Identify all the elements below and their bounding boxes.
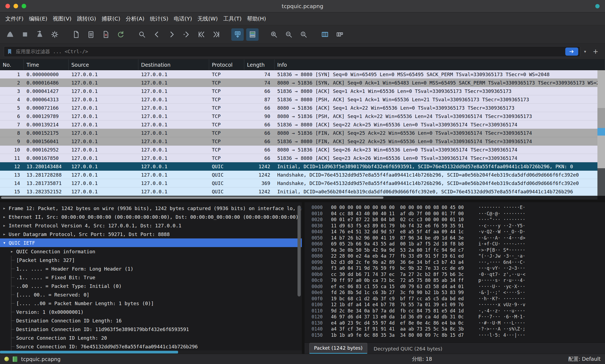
packet-row[interactable]: 80.000152175127.0.0.1127.0.0.1TCP668080 … [0, 129, 597, 137]
zoom-out-button[interactable] [282, 28, 295, 41]
detail-line[interactable]: Version: 1 (0x00000001) [0, 308, 302, 316]
capture-options-button[interactable] [48, 28, 61, 41]
menu-item[interactable]: 统计(S) [147, 14, 171, 24]
detail-line[interactable]: Destination Connection ID: 11d963f5e3890… [0, 325, 302, 333]
save-file-button[interactable] [85, 28, 97, 41]
packet-row[interactable]: 30.000041427127.0.0.1127.0.0.1TCP6651836… [0, 87, 597, 95]
menu-item[interactable]: 捕获(C) [99, 14, 123, 24]
packet-row[interactable]: 10.000000000127.0.0.1127.0.0.1TCP7451836… [0, 70, 597, 79]
colorize-button[interactable] [246, 28, 259, 41]
resize-columns-button[interactable] [319, 28, 331, 41]
hex-row[interactable]: 00f019 bc 68 c1 d2 4b 3f c9 bf f7 cc a5 … [312, 296, 605, 302]
detail-line[interactable]: ▸Ethernet II, Src: 00:00:00_00:00:00 (00… [0, 213, 302, 221]
expand-arrow-icon[interactable]: ▸ [8, 249, 16, 254]
detail-line[interactable]: [Packet Length: 327] [0, 256, 302, 264]
display-filter-box[interactable] [4, 46, 580, 57]
hex-row[interactable]: 012046 97 d6 d4 37 13 e0 da 1d 36 d9 ca … [312, 314, 605, 320]
expand-arrow-icon[interactable]: ▸ [0, 215, 9, 219]
packet-row[interactable]: 100.000162952127.0.0.1127.0.0.1TCP668080… [0, 146, 597, 154]
packet-list-vertical-scrollbar[interactable] [597, 70, 605, 196]
menu-item[interactable]: 工具(T) [220, 14, 244, 24]
first-packet-button[interactable] [195, 28, 208, 41]
detail-line[interactable]: ▾QUIC IETF [0, 238, 302, 247]
reload-file-button[interactable] [114, 28, 127, 41]
hex-row[interactable]: 000000 00 00 00 00 00 00 00 00 00 00 00 … [312, 204, 605, 211]
menu-item[interactable]: 帮助(H) [244, 14, 269, 24]
expand-arrow-icon[interactable]: ▸ [0, 232, 9, 236]
hex-row[interactable]: 0090b2 d3 d0 2c fe 9b a2 89 36 6e 34 bf … [312, 259, 605, 265]
packet-row[interactable]: 1413.281735871127.0.0.1127.0.0.1QUIC369H… [0, 179, 597, 187]
hex-row[interactable]: 00e0fd 26 8b 5d 1c c6 3b 27 3c f0 90 b2 … [312, 289, 605, 296]
column-header[interactable]: No. [0, 59, 24, 70]
open-file-button[interactable] [70, 28, 82, 41]
packet-row[interactable]: 1313.281728288127.0.0.1127.0.0.1QUIC1242… [0, 171, 597, 179]
find-packet-button[interactable] [136, 28, 148, 41]
hex-row[interactable]: 006069 05 2b 66 9a 43 55 ad 00 1b a7 f5 … [312, 241, 605, 247]
packet-row[interactable]: 50.000072166127.0.0.1127.0.0.1TCP668080 … [0, 104, 597, 112]
detail-line[interactable]: 1... .... = Header Form: Long Header (1) [0, 264, 302, 273]
restart-capture-button[interactable] [34, 28, 46, 41]
menu-item[interactable]: 跳转(G) [74, 14, 99, 24]
detail-line[interactable]: ▸Internet Protocol Version 4, Src: 127.0… [0, 221, 302, 230]
packet-row[interactable]: 90.000156041127.0.0.1127.0.0.1TCP6651836… [0, 137, 597, 146]
pane-splitter[interactable] [0, 200, 605, 202]
column-header[interactable]: Time [24, 59, 69, 70]
detail-line[interactable]: ▸QUIC Connection information [0, 247, 302, 256]
last-packet-button[interactable] [210, 28, 222, 41]
profile-label[interactable]: 配置: Default [568, 356, 601, 363]
packet-list-header[interactable]: No.TimeSourceDestinationProtocolLengthIn… [0, 59, 605, 70]
hex-row[interactable]: 01501b 1b a9 fe 6c 88 35 3a 34 80 00 09 … [312, 332, 605, 338]
expert-info-icon[interactable] [4, 357, 9, 361]
hex-row[interactable]: 003011 d9 63 f5 e3 89 01 79 bb f4 32 e6 … [312, 223, 605, 229]
detail-line[interactable]: [.... ..00 = Packet Number Length: 1 byt… [0, 299, 302, 308]
expand-arrow-icon[interactable]: ▸ [0, 223, 9, 228]
bytes-tab[interactable]: Packet (1242 bytes) [309, 343, 367, 354]
bytes-tab[interactable]: Decrypted QUIC (264 bytes) [369, 344, 447, 354]
hex-row[interactable]: 004014 76 e4 51 32 dd 9d 57 e8 a5 5f 4f … [312, 229, 605, 235]
detail-line[interactable]: ▸User Datagram Protocol, Src Port: 59271… [0, 230, 302, 238]
hex-row[interactable]: 00b0cc 30 dd b6 71 74 37 ec 7a 27 2c b2 … [312, 271, 605, 278]
auto-scroll-button[interactable] [231, 28, 244, 41]
detail-line[interactable]: Source Connection ID: 76e45132dd9d57e8a5… [0, 342, 302, 351]
menu-item[interactable]: 视图(V) [50, 14, 74, 24]
hex-row[interactable]: 0130e4 a0 23 9c d4 55 97 4d ef 8e 0e 4c … [312, 320, 605, 326]
menu-item[interactable]: 电话(Y) [171, 14, 195, 24]
collapse-arrow-icon[interactable]: ▾ [0, 241, 9, 245]
bookmark-icon[interactable] [7, 49, 13, 55]
hex-row[interactable]: 00c070 ff 97 a0 0b ca 73 bc 72 a5 75 80 … [312, 277, 605, 284]
display-filter-input[interactable] [15, 48, 563, 55]
close-file-button[interactable] [99, 28, 112, 41]
reset-layout-button[interactable] [333, 28, 346, 41]
hex-row[interactable]: 0140a4 3f cf 3e 1f 91 91 41 aa ab 73 25 … [312, 326, 605, 332]
hex-row[interactable]: 00a0f3 a0 04 71 9d 76 59 f9 bc 9b 32 7e … [312, 265, 605, 271]
hex-row[interactable]: 001004 cc 88 43 40 00 40 11 af db 7f 00 … [312, 211, 605, 217]
packet-list-horizontal-scrollbar[interactable] [0, 196, 597, 200]
packet-row[interactable]: 110.000167850127.0.0.1127.0.0.1TCP665183… [0, 154, 597, 162]
column-header[interactable]: Destination [138, 59, 209, 70]
column-header[interactable]: Protocol [209, 59, 244, 70]
packet-row[interactable]: 20.000016486127.0.0.1127.0.0.1TCP748080 … [0, 79, 597, 87]
detail-line[interactable]: [.... 00.. = Reserved: 0] [0, 290, 302, 299]
menu-item[interactable]: 编辑(E) [26, 14, 50, 24]
go-back-button[interactable] [151, 28, 163, 41]
menu-item[interactable]: 文件(F) [3, 14, 26, 24]
hex-row[interactable]: 00709a 3e 0b 50 5b 42 9a 9d 53 2a 00 1f … [312, 247, 605, 253]
detail-line[interactable]: Destination Connection ID Length: 16 [0, 316, 302, 325]
goto-packet-button[interactable] [180, 28, 193, 41]
start-capture-button[interactable] [4, 28, 16, 41]
detail-line[interactable]: .1.. .... = Fixed Bit: True [0, 273, 302, 282]
filter-history-caret[interactable]: ▾ [583, 49, 587, 54]
hex-row[interactable]: 01109d 2c 8e 34 0a b7 7a dd fb cc 84 75 … [312, 308, 605, 314]
apply-filter-button[interactable] [565, 48, 578, 56]
packet-row[interactable]: 1513.282352152127.0.0.1127.0.0.1QUIC1242… [0, 187, 597, 196]
detail-vertical-scrollbar[interactable] [298, 205, 301, 296]
hex-row[interactable]: 008022 28 00 e2 4a eb 4a 77 fb 33 d9 91 … [312, 253, 605, 259]
zoom-in-button[interactable] [268, 28, 280, 41]
packet-row[interactable]: 1213.280143484127.0.0.1127.0.0.1QUIC1242… [0, 162, 597, 171]
stop-capture-button[interactable] [19, 28, 31, 41]
hex-row[interactable]: 010012 1b df a4 14 e4 b7 78 76 55 7a 01 … [312, 302, 605, 308]
detail-line[interactable]: ▸Frame 12: Packet, 1242 bytes on wire (9… [0, 204, 302, 213]
expand-arrow-icon[interactable]: ▸ [0, 206, 9, 210]
hex-row[interactable]: 005014 b7 26 b2 96 00 41 19 87 96 34 be … [312, 235, 605, 241]
column-header[interactable]: Info [275, 59, 605, 70]
